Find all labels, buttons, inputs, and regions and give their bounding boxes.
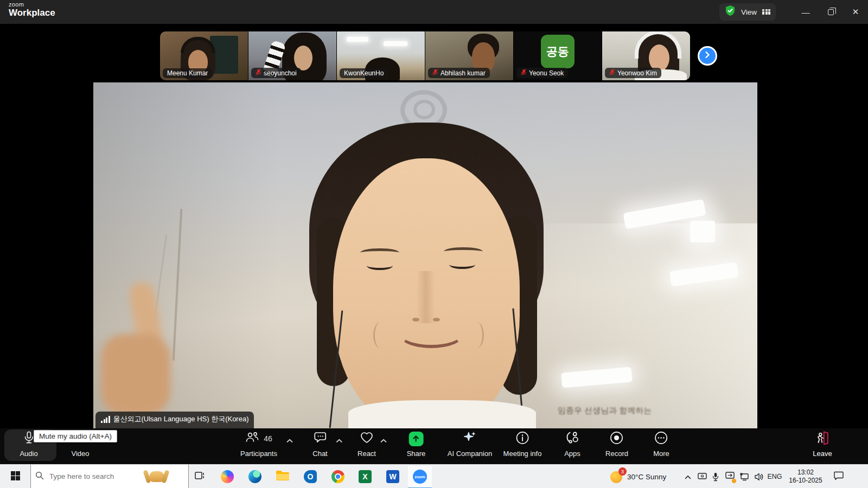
participant-tile-meenu-kumar[interactable]: Meenu Kumar	[160, 31, 248, 80]
close-button[interactable]: ✕	[843, 0, 868, 24]
search-icon	[35, 471, 44, 482]
main-speaker-video: 임종우 선생님과 함께하는 울산외고(Ulsan Language HS) 한국…	[93, 82, 757, 428]
ai-companion-button[interactable]: AI Companion	[448, 431, 492, 458]
clock[interactable]: 13:02 16-10-2025	[786, 465, 826, 488]
windows-taskbar: O X W zoom 3 30°C Sunny	[0, 464, 868, 488]
record-button[interactable]: Record	[605, 431, 628, 458]
participant-tile-seoyunchoi[interactable]: seoyunchoi	[248, 31, 336, 80]
minimize-icon: —	[802, 8, 810, 17]
video-label: Video	[71, 450, 89, 458]
copilot-icon	[221, 470, 234, 483]
participants-label: Participants	[240, 450, 277, 458]
react-button[interactable]: React	[358, 431, 376, 458]
tray-update-icon[interactable]	[723, 465, 737, 488]
record-icon	[610, 431, 623, 447]
record-label: Record	[605, 450, 628, 458]
taskbar-app-chrome[interactable]	[327, 465, 349, 488]
taskbar-app-zoom-active[interactable]: zoom	[408, 466, 432, 488]
muted-mic-icon	[521, 69, 527, 77]
participant-name-badge: seoyunchoi	[251, 68, 301, 78]
taskbar-app-edge[interactable]	[244, 465, 266, 488]
taskbar-app-word[interactable]: W	[381, 465, 404, 488]
speaker-label: 울산외고(Ulsan Language HS) 한국(Korea)	[95, 412, 254, 428]
participant-tile-kwonkeunho[interactable]: KwonKeunHo	[337, 31, 425, 80]
start-button[interactable]	[4, 465, 26, 488]
action-center-button[interactable]	[827, 465, 851, 488]
notification-badge: 3	[618, 467, 627, 476]
titlebar: zoom Workplace View — ✕	[0, 0, 868, 24]
apps-label: Apps	[564, 450, 580, 458]
audio-tooltip: Mute my audio (Alt+A)	[34, 430, 117, 442]
tray-chevron-button[interactable]	[681, 465, 694, 488]
minimize-button[interactable]: —	[793, 0, 818, 24]
participant-tile-abhilash-kumar[interactable]: Abhilash kumar	[425, 31, 513, 80]
more-button[interactable]: More	[653, 431, 669, 458]
sun-icon: 3	[610, 470, 624, 484]
meeting-info-button[interactable]: Meeting info	[503, 431, 542, 458]
chat-options-chevron-icon[interactable]	[336, 435, 342, 445]
participants-count: 46	[264, 434, 272, 443]
taskbar-app-copilot[interactable]	[216, 465, 239, 488]
file-explorer-icon	[276, 470, 290, 484]
speaker-label-text: 울산외고(Ulsan Language HS) 한국(Korea)	[113, 414, 249, 424]
tray-volume-icon[interactable]	[752, 465, 766, 488]
zoom-workplace-logo: zoom Workplace	[9, 2, 55, 17]
participant-video-thumbnail	[347, 37, 368, 42]
participants-button[interactable]: 46 Participants	[240, 431, 277, 458]
search-highlight-bread-icon[interactable]	[145, 469, 169, 484]
chat-label: Chat	[312, 450, 327, 458]
search-input[interactable]	[48, 472, 141, 481]
close-icon: ✕	[852, 7, 859, 17]
edge-icon	[248, 470, 261, 483]
window-glow	[508, 223, 757, 428]
windows-logo-icon	[11, 471, 20, 483]
participants-options-chevron-icon[interactable]	[286, 435, 293, 445]
participant-tile-yeonu-seok[interactable]: 공동 Yeonu Seok	[514, 31, 602, 80]
ceiling-vent	[690, 221, 715, 242]
participant-avatar: 공동	[541, 35, 575, 68]
weather-text[interactable]: 30°C Sunny	[627, 465, 679, 488]
mic-icon	[23, 431, 35, 447]
chevron-up-icon	[685, 472, 691, 481]
chat-icon	[313, 431, 327, 446]
weather-widget[interactable]: 3	[608, 465, 626, 488]
share-button[interactable]: Share	[407, 431, 426, 458]
language-indicator[interactable]: ENG	[765, 465, 784, 488]
participant-name: Abhilash kumar	[441, 69, 486, 77]
brand-zoom: zoom	[9, 2, 55, 8]
classroom-wall-text: 임종우 선생님과 함께하는	[558, 406, 652, 416]
participant-name: Yeonwoo Kim	[617, 69, 657, 77]
taskbar-app-outlook[interactable]: O	[299, 465, 322, 488]
next-participants-button[interactable]	[698, 46, 717, 66]
react-options-chevron-icon[interactable]	[380, 435, 387, 445]
chat-button[interactable]: Chat	[312, 431, 327, 458]
apps-icon	[565, 431, 579, 447]
task-view-button[interactable]	[189, 465, 210, 488]
excel-icon: X	[359, 470, 372, 483]
taskbar-app-excel[interactable]: X	[354, 465, 376, 488]
participant-name: KwonKeunHo	[344, 69, 384, 77]
leave-door-icon	[815, 431, 829, 447]
view-button[interactable]: View	[719, 3, 776, 21]
share-screen-icon	[409, 432, 423, 446]
apps-button[interactable]: Apps	[564, 431, 580, 458]
leave-button[interactable]: Leave	[813, 431, 832, 458]
maximize-button[interactable]	[818, 0, 843, 24]
action-center-icon	[834, 471, 844, 482]
headset-decoration	[635, 31, 681, 59]
participant-name-badge: KwonKeunHo	[340, 68, 388, 78]
participant-name: seoyunchoi	[264, 69, 297, 77]
search-box[interactable]	[30, 465, 189, 488]
taskbar-app-file-explorer[interactable]	[271, 465, 294, 488]
heart-icon	[360, 431, 374, 446]
muted-mic-icon	[256, 69, 261, 77]
participant-name-badge: Yeonwoo Kim	[605, 68, 661, 78]
participant-name: Meenu Kumar	[167, 69, 208, 77]
tray-mic-icon[interactable]	[710, 465, 722, 488]
view-layout-icon	[762, 9, 770, 15]
tray-network-icon[interactable]	[738, 465, 752, 488]
participant-name-badge: Yeonu Seok	[516, 68, 568, 78]
participant-tile-yeonwoo-kim[interactable]: Yeonwoo Kim	[602, 31, 690, 80]
outlook-icon: O	[304, 470, 317, 483]
tray-cast-icon[interactable]	[695, 465, 709, 488]
